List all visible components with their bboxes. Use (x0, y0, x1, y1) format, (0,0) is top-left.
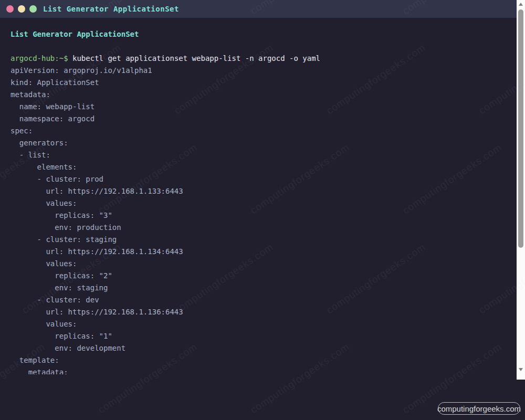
close-button[interactable] (6, 5, 14, 13)
blank-line (10, 40, 517, 52)
minimize-button[interactable] (18, 5, 25, 13)
page: List Generator ApplicationSet List Gener… (0, 0, 525, 420)
section-heading: List Generator ApplicationSet (10, 28, 517, 40)
maximize-button[interactable] (29, 5, 37, 13)
window-title: List Generator ApplicationSet (43, 5, 179, 13)
terminal-content: List Generator ApplicationSet argocd-hub… (0, 18, 517, 374)
scroll-up-arrow-icon[interactable] (519, 3, 523, 6)
shell-prompt: argocd-hub:~$ (10, 54, 68, 62)
site-badge: computingforgeeks.com (438, 402, 520, 415)
command-line: argocd-hub:~$ kubectl get applicationset… (10, 52, 517, 65)
titlebar: List Generator ApplicationSet (0, 0, 517, 18)
scrollbar-thumb[interactable] (518, 9, 523, 248)
yaml-output: apiVersion: argoproj.io/v1alpha1 kind: A… (10, 65, 517, 374)
scroll-down-arrow-icon[interactable] (519, 368, 523, 371)
shell-command: kubectl get applicationset webapp-list -… (72, 54, 320, 62)
scrollbar[interactable] (517, 0, 525, 380)
